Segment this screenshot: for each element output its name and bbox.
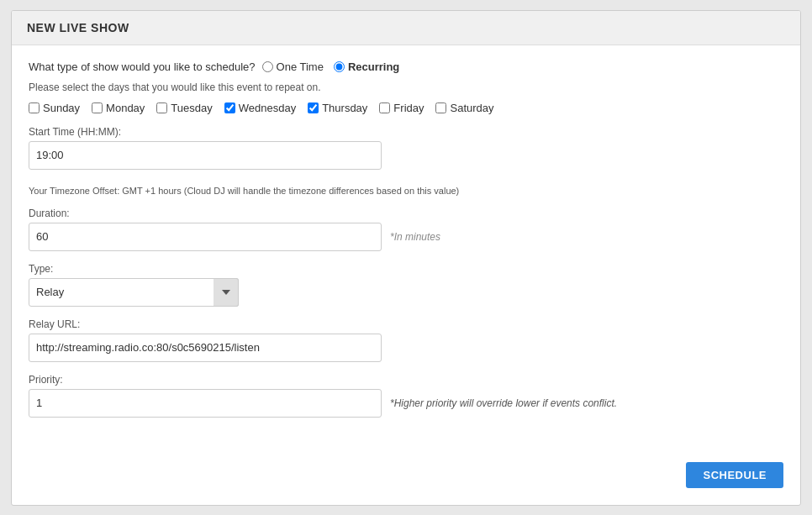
start-time-row: Start Time (HH:MM): [29, 126, 783, 170]
thursday-checkbox[interactable] [308, 102, 319, 113]
relay-url-row: Relay URL: [29, 318, 783, 362]
priority-hint: *Higher priority will override lower if … [390, 397, 617, 409]
footer-row: SCHEDULE [29, 454, 783, 488]
type-select-wrapper: Relay Manual DJ AutoDJ [29, 278, 239, 307]
wednesday-label: Wednesday [239, 102, 296, 114]
start-time-input[interactable] [29, 141, 382, 170]
friday-checkbox[interactable] [379, 102, 390, 113]
priority-input-row: *Higher priority will override lower if … [29, 389, 783, 418]
relay-url-input[interactable] [29, 334, 382, 362]
sunday-label: Sunday [43, 102, 80, 114]
show-type-row: What type of show would you like to sche… [29, 60, 783, 73]
saturday-label: Saturday [450, 102, 493, 114]
priority-row: Priority: *Higher priority will override… [29, 374, 783, 418]
sunday-checkbox[interactable] [29, 102, 40, 113]
friday-day-option[interactable]: Friday [379, 102, 424, 114]
modal-body: What type of show would you like to sche… [12, 45, 800, 505]
schedule-button[interactable]: SCHEDULE [686, 462, 783, 488]
priority-label: Priority: [29, 374, 783, 386]
show-type-question: What type of show would you like to sche… [29, 60, 256, 73]
days-row: Sunday Monday Tuesday Wednesday Thursday… [29, 102, 783, 114]
type-row: Type: Relay Manual DJ AutoDJ [29, 263, 783, 307]
monday-day-option[interactable]: Monday [92, 102, 145, 114]
wednesday-checkbox[interactable] [224, 102, 235, 113]
tuesday-label: Tuesday [171, 102, 212, 114]
monday-label: Monday [106, 102, 145, 114]
priority-input[interactable] [29, 389, 382, 418]
days-instruction: Please select the days that you would li… [29, 81, 783, 93]
wednesday-day-option[interactable]: Wednesday [224, 102, 296, 114]
start-time-label: Start Time (HH:MM): [29, 126, 783, 138]
one-time-option[interactable]: One Time [262, 60, 324, 73]
modal-title: NEW LIVE SHOW [27, 21, 785, 34]
timezone-note: Your Timezone Offset: GMT +1 hours (Clou… [29, 186, 783, 196]
thursday-label: Thursday [322, 102, 367, 114]
one-time-radio[interactable] [262, 61, 273, 72]
duration-input-row: *In minutes [29, 223, 783, 251]
duration-label: Duration: [29, 208, 783, 219]
friday-label: Friday [393, 102, 424, 114]
saturday-checkbox[interactable] [435, 102, 446, 113]
show-type-radio-group: One Time Recurring [262, 60, 400, 73]
modal-container: NEW LIVE SHOW What type of show would yo… [11, 10, 801, 506]
type-select[interactable]: Relay Manual DJ AutoDJ [29, 278, 239, 307]
sunday-day-option[interactable]: Sunday [29, 102, 80, 114]
tuesday-checkbox[interactable] [156, 102, 167, 113]
duration-row: Duration: *In minutes [29, 208, 783, 251]
saturday-day-option[interactable]: Saturday [435, 102, 493, 114]
recurring-radio[interactable] [334, 61, 345, 72]
modal-header: NEW LIVE SHOW [12, 11, 800, 45]
duration-input[interactable] [29, 223, 382, 251]
type-label: Type: [29, 263, 783, 275]
one-time-label: One Time [277, 60, 324, 73]
tuesday-day-option[interactable]: Tuesday [156, 102, 212, 114]
monday-checkbox[interactable] [92, 102, 103, 113]
thursday-day-option[interactable]: Thursday [308, 102, 367, 114]
duration-hint: *In minutes [390, 231, 440, 243]
relay-url-label: Relay URL: [29, 318, 783, 330]
recurring-option[interactable]: Recurring [334, 60, 399, 73]
recurring-label: Recurring [348, 60, 399, 73]
